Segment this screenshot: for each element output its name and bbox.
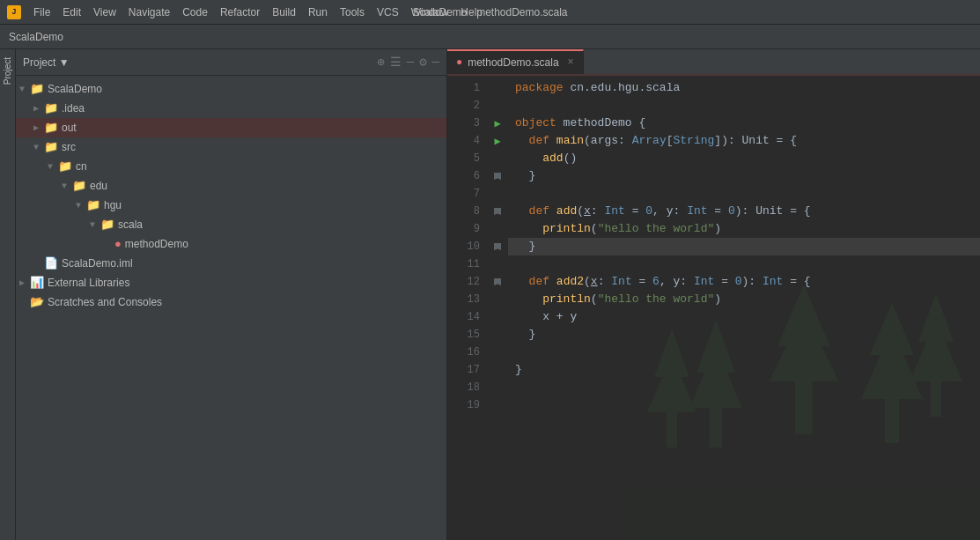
close-panel-icon[interactable]: —: [432, 55, 439, 70]
token: Unit: [742, 134, 770, 147]
menu-item-file[interactable]: File: [28, 4, 55, 20]
tab-close-icon[interactable]: ×: [568, 56, 574, 69]
collapse-icon[interactable]: ☰: [390, 55, 402, 70]
token: [515, 152, 542, 165]
token: 0: [735, 275, 742, 288]
gutter-item-17: [487, 361, 508, 379]
bookmark-icon-line-6: [494, 173, 501, 180]
editor-content: 12345678910111213141516171819 ▶▶ package…: [447, 76, 980, 540]
menu-item-refactor[interactable]: Refactor: [215, 4, 265, 20]
tree-item-idea[interactable]: ▶ 📁 .idea: [16, 99, 446, 118]
token: [515, 275, 529, 288]
token: Array: [632, 134, 667, 147]
menu-item-code[interactable]: Code: [177, 4, 213, 20]
tree-item-label: out: [62, 122, 77, 134]
locate-icon[interactable]: ⊕: [377, 55, 384, 70]
tree-file-icon: 📁: [58, 159, 72, 174]
token: Unit: [755, 204, 783, 218]
line-number-1: 1: [447, 79, 480, 97]
activity-bar: Project: [0, 49, 16, 540]
line-number-3: 3: [447, 115, 480, 132]
tree-item-label: hgu: [104, 199, 122, 211]
tree-item-label: ScalaDemo: [48, 83, 102, 95]
tree-item-scratches[interactable]: 📂 Scratches and Consoles: [16, 292, 446, 312]
token: (: [584, 275, 591, 288]
menu-item-build[interactable]: Build: [267, 4, 301, 20]
token: object: [515, 116, 556, 129]
tab-file-icon: ●: [456, 56, 462, 69]
minimize-icon[interactable]: —: [407, 55, 414, 70]
tree-file-icon: 📊: [30, 276, 44, 290]
run-button-line-4[interactable]: ▶: [494, 135, 500, 148]
tree-item-scalademo-root[interactable]: ▼ 📁 ScalaDemo: [16, 79, 446, 99]
token: [515, 310, 542, 323]
tree-item-edu[interactable]: ▼ 📁 edu: [16, 176, 446, 196]
menu-item-edit[interactable]: Edit: [57, 4, 86, 20]
editor-area: ● methodDemo.scala × 1234567891011121314…: [447, 49, 980, 540]
menu-item-view[interactable]: View: [88, 4, 122, 20]
tree-file-icon: 📁: [44, 101, 58, 115]
tree-item-src[interactable]: ▼ 📁 src: [16, 137, 446, 157]
token: (: [577, 204, 584, 218]
activity-project[interactable]: Project: [1, 54, 14, 88]
menu-item-tools[interactable]: Tools: [335, 4, 370, 20]
token: :: [680, 275, 694, 288]
menu-item-navigate[interactable]: Navigate: [123, 4, 175, 20]
gutter-item-16: [487, 344, 508, 361]
token: y: [667, 204, 674, 218]
token: [515, 134, 529, 147]
token: [515, 292, 542, 306]
token: }: [515, 363, 522, 376]
gutter-item-13: [487, 291, 508, 308]
tree-item-out[interactable]: ▶ 📁 out: [16, 118, 446, 137]
token: ): [714, 222, 721, 235]
title-bar: J FileEditViewNavigateCodeRefactorBuildR…: [0, 0, 980, 25]
tree-item-label: ScalaDemo.iml: [62, 257, 133, 270]
token: [: [667, 134, 674, 147]
token: package: [515, 81, 564, 94]
tree-file-icon: 📄: [44, 256, 58, 270]
tree-item-hgu[interactable]: ▼ 📁 hgu: [16, 196, 446, 215]
app-project-name: ScalaDemo: [9, 31, 63, 43]
code-line-18: [508, 379, 980, 396]
tree-item-scalademo-iml[interactable]: 📄 ScalaDemo.iml: [16, 254, 446, 273]
menu-item-vcs[interactable]: VCS: [372, 4, 404, 20]
gutter-item-4: ▶: [487, 132, 508, 150]
line-number-15: 15: [447, 326, 480, 344]
token: :: [618, 134, 632, 147]
tree-item-external-libs[interactable]: ▶ 📊 External Libraries: [16, 273, 446, 292]
line-number-9: 9: [447, 220, 480, 238]
token: def: [529, 134, 549, 147]
line-number-17: 17: [447, 361, 480, 379]
token: println: [542, 222, 591, 235]
tree-arrow: ▼: [62, 181, 72, 191]
line-number-4: 4: [447, 132, 480, 150]
line-number-5: 5: [447, 150, 480, 167]
token: Int: [687, 204, 707, 218]
menu-item-run[interactable]: Run: [303, 4, 333, 20]
tree-item-methoddemo[interactable]: ● methodDemo: [16, 234, 446, 254]
token: ]):: [714, 134, 741, 147]
code-line-5: add(): [508, 150, 980, 167]
token: :: [598, 275, 612, 288]
token: = {: [783, 204, 810, 218]
code-line-4: def main(args: Array[String]): Unit = {: [508, 132, 980, 150]
code-line-15: }: [508, 326, 980, 344]
gutter-item-12: [487, 273, 508, 291]
run-button-line-3[interactable]: ▶: [494, 117, 500, 130]
tree-file-icon: 📁: [100, 218, 114, 232]
gutter-item-7: [487, 185, 508, 203]
tree-item-cn[interactable]: ▼ 📁 cn: [16, 157, 446, 176]
tree-item-scala[interactable]: ▼ 📁 scala: [16, 215, 446, 234]
line-number-18: 18: [447, 379, 480, 396]
token: cn.edu.hgu.scala: [564, 81, 681, 94]
code-area[interactable]: package cn.edu.hgu.scala object methodDe…: [508, 76, 980, 540]
editor-tab-methoddemo[interactable]: ● methodDemo.scala ×: [447, 49, 584, 74]
gutter-item-15: [487, 326, 508, 344]
code-line-9: println("hello the world"): [508, 220, 980, 238]
token: "hello the world": [598, 292, 715, 306]
token: add: [556, 204, 577, 218]
settings-icon[interactable]: ⚙: [419, 55, 426, 70]
code-line-10: }: [508, 238, 980, 255]
token: args: [591, 134, 618, 147]
